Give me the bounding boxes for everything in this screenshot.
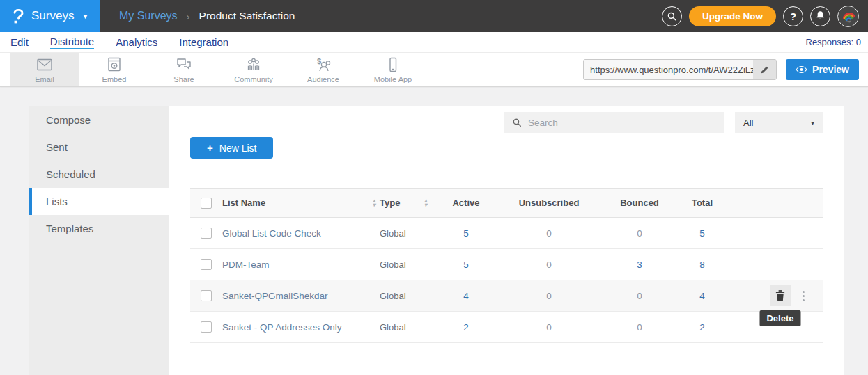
- trash-icon: [775, 290, 785, 301]
- survey-url-field: [583, 59, 777, 80]
- upgrade-now-button[interactable]: Upgrade Now: [689, 6, 776, 26]
- top-header: Surveys ▼ My Surveys › Product Satisfact…: [0, 0, 868, 32]
- unsubscribed-count: 0: [497, 322, 601, 333]
- content-body: ComposeSentScheduledListsTemplates All ▾…: [29, 106, 844, 375]
- active-count[interactable]: 2: [435, 322, 497, 333]
- avatar-icon: [840, 8, 857, 24]
- bounced-count: 0: [601, 322, 678, 333]
- active-count[interactable]: 4: [435, 291, 497, 301]
- breadcrumb-current-survey: Product Satisfaction: [199, 10, 295, 22]
- mobile-app-icon: [385, 56, 401, 73]
- breadcrumb-my-surveys[interactable]: My Surveys: [119, 10, 178, 22]
- sidebar-item-lists[interactable]: Lists: [29, 188, 169, 215]
- sidebar-item-compose[interactable]: Compose: [29, 106, 169, 134]
- list-type: Global: [380, 291, 435, 301]
- total-count[interactable]: 2: [678, 322, 727, 333]
- list-name-link[interactable]: Sanket-QPGmailShekdar: [222, 291, 328, 301]
- channel-embed[interactable]: Embed: [79, 53, 149, 86]
- notifications-button[interactable]: [810, 6, 830, 26]
- tab-integration[interactable]: Integration: [179, 36, 228, 49]
- table-row: PDM-Team Global 5 0 3 8: [190, 249, 823, 280]
- list-type: Global: [380, 322, 435, 333]
- header-actions: Upgrade Now ?: [662, 6, 868, 27]
- row-checkbox[interactable]: [201, 290, 212, 301]
- help-button[interactable]: ?: [783, 6, 803, 26]
- surveys-product-menu[interactable]: Surveys ▼: [0, 0, 100, 32]
- total-count[interactable]: 4: [678, 291, 727, 301]
- help-icon: ?: [790, 10, 796, 22]
- svg-text:$: $: [317, 57, 321, 65]
- channel-label: Share: [173, 75, 194, 83]
- list-name-link[interactable]: PDM-Team: [222, 260, 270, 270]
- channel-label: Audience: [307, 75, 339, 83]
- channel-mobile-app[interactable]: Mobile App: [358, 53, 428, 86]
- unsubscribed-count: 0: [497, 260, 601, 270]
- list-type: Global: [380, 260, 435, 270]
- sidebar-item-templates[interactable]: Templates: [29, 215, 169, 242]
- row-actions: Delete: [727, 285, 823, 306]
- channel-audience[interactable]: $ Audience: [288, 53, 358, 86]
- search-box: [504, 112, 724, 133]
- select-all-checkbox[interactable]: [201, 198, 212, 209]
- list-name-link[interactable]: Sanket - QP Addresses Only: [222, 322, 342, 333]
- total-count[interactable]: 8: [678, 260, 727, 270]
- account-avatar[interactable]: [837, 6, 859, 27]
- search-input[interactable]: [528, 118, 717, 128]
- channel-share[interactable]: Share: [149, 53, 219, 86]
- pencil-icon: [760, 65, 770, 74]
- sort-icon[interactable]: ▴▾: [373, 199, 375, 207]
- sidebar-item-label: Templates: [46, 223, 93, 234]
- row-checkbox[interactable]: [201, 259, 212, 270]
- column-list-name: List Name: [222, 198, 265, 208]
- tab-analytics[interactable]: Analytics: [116, 36, 157, 49]
- list-filter-dropdown[interactable]: All ▾: [735, 112, 823, 133]
- column-active: Active: [435, 198, 497, 208]
- panel-head: All ▾: [190, 112, 823, 133]
- eye-icon: [796, 65, 807, 74]
- channel-email[interactable]: Email: [10, 53, 79, 86]
- channel-community[interactable]: Community: [219, 53, 288, 86]
- edit-url-button[interactable]: [753, 60, 776, 79]
- row-menu-button[interactable]: [800, 288, 807, 304]
- preview-button[interactable]: Preview: [786, 59, 859, 80]
- channel-label: Embed: [102, 75, 127, 83]
- survey-nav: Edit Distribute Analytics Integration Re…: [0, 32, 868, 53]
- new-list-button[interactable]: + New List: [190, 137, 273, 159]
- chevron-down-icon: ▼: [82, 13, 88, 20]
- search-button[interactable]: [662, 6, 682, 26]
- sidebar-item-label: Scheduled: [46, 168, 95, 180]
- total-count[interactable]: 5: [678, 228, 727, 239]
- sidebar-item-label: Compose: [46, 114, 91, 126]
- sidebar-item-scheduled[interactable]: Scheduled: [29, 161, 169, 188]
- bounced-count: 0: [601, 291, 678, 301]
- row-checkbox[interactable]: [201, 321, 212, 333]
- audience-icon: $: [314, 56, 332, 73]
- row-checkbox[interactable]: [201, 228, 212, 239]
- active-count[interactable]: 5: [435, 260, 497, 270]
- bell-icon: [815, 10, 826, 22]
- breadcrumb: My Surveys › Product Satisfaction: [119, 10, 295, 22]
- sort-icon[interactable]: ▴▾: [424, 199, 427, 207]
- survey-url-input[interactable]: [584, 60, 753, 79]
- sidebar-item-sent[interactable]: Sent: [29, 134, 169, 161]
- email-icon: [36, 56, 54, 73]
- delete-list-button[interactable]: [770, 285, 791, 306]
- tab-edit[interactable]: Edit: [10, 36, 29, 49]
- active-count[interactable]: 5: [435, 228, 497, 239]
- chevron-down-icon: ▾: [811, 119, 814, 127]
- bounced-count[interactable]: 3: [601, 260, 678, 270]
- search-icon: [512, 118, 522, 127]
- product-label: Surveys: [31, 9, 74, 23]
- unsubscribed-count: 0: [497, 228, 601, 239]
- list-name-link[interactable]: Global List Code Check: [222, 228, 321, 239]
- unsubscribed-count: 0: [497, 291, 601, 301]
- community-icon: [245, 56, 263, 73]
- filter-value: All: [743, 118, 753, 128]
- sidebar-item-label: Sent: [46, 141, 68, 153]
- distribute-toolbar: Email Embed Share Co: [0, 53, 868, 87]
- responses-count: Responses: 0: [806, 37, 862, 47]
- tab-distribute[interactable]: Distribute: [50, 35, 94, 49]
- table-header: List Name ▴▾ Type ▴▾ Active Unsubscribed…: [190, 188, 823, 218]
- app-window: Surveys ▼ My Surveys › Product Satisfact…: [0, 0, 868, 375]
- channel-label: Email: [35, 75, 54, 83]
